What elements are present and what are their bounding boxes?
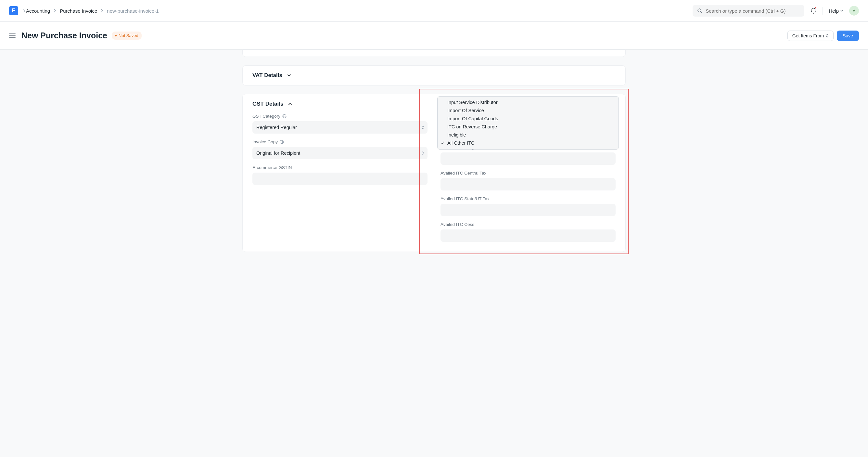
top-nav: E Accounting Purchase Invoice new-purcha… — [0, 0, 868, 22]
itc-central-input[interactable] — [440, 178, 616, 191]
vat-card-header[interactable]: VAT Details — [243, 66, 625, 85]
search-icon — [697, 8, 702, 13]
ecommerce-gstin-label: E-commerce GSTIN — [252, 165, 428, 170]
body-area: VAT Details GST Details GST Categ — [0, 50, 868, 457]
gst-card-title: GST Details — [252, 101, 283, 107]
search-input[interactable] — [706, 8, 800, 13]
eligibility-dropdown[interactable]: Input Service Distributor Import Of Serv… — [437, 96, 619, 149]
chevron-down-icon — [287, 73, 291, 78]
dropdown-option[interactable]: Ineligible — [438, 131, 619, 139]
itc-central-field: Availed ITC Central Tax — [440, 171, 616, 191]
invoice-copy-select[interactable]: Original for Recipient — [252, 147, 428, 159]
get-items-from-label: Get Items From — [792, 33, 824, 38]
dropdown-option[interactable]: Import Of Capital Goods — [438, 115, 619, 123]
svg-line-1 — [701, 12, 702, 13]
itc-state-field: Availed ITC State/UT Tax — [440, 196, 616, 216]
chevron-right-icon — [23, 9, 26, 12]
gst-right-column: Availed ITC Integrated Tax Availed ITC C… — [440, 114, 616, 242]
invoice-copy-value: Original for Recipient — [256, 150, 300, 156]
itc-integrated-input[interactable] — [440, 152, 616, 165]
help-menu[interactable]: Help — [829, 8, 843, 13]
breadcrumb-accounting[interactable]: Accounting — [26, 8, 50, 13]
help-label: Help — [829, 8, 839, 13]
status-text: Not Saved — [119, 33, 138, 38]
breadcrumb-current: new-purchase-invoice-1 — [107, 8, 158, 13]
page-actions: Get Items From Save — [787, 31, 859, 41]
sidebar-toggle-icon[interactable] — [9, 33, 16, 38]
dropdown-option[interactable]: ITC on Reverse Charge — [438, 123, 619, 131]
updown-icon — [826, 34, 829, 38]
gst-card-body: GST Category Registered Regular — [243, 114, 625, 252]
updown-icon — [421, 151, 424, 155]
content-column: VAT Details GST Details GST Categ — [242, 50, 626, 444]
updown-icon — [421, 125, 424, 130]
previous-card-edge — [242, 50, 626, 57]
chevron-right-icon — [53, 9, 57, 12]
invoice-copy-field: Invoice Copy Original for Recipient — [252, 139, 428, 159]
user-avatar[interactable]: A — [849, 6, 859, 16]
chevron-right-icon — [100, 9, 104, 12]
itc-central-label: Availed ITC Central Tax — [440, 171, 616, 175]
ecommerce-gstin-field: E-commerce GSTIN — [252, 165, 428, 185]
invoice-copy-label: Invoice Copy — [252, 139, 428, 144]
chevron-up-icon — [288, 102, 292, 106]
notifications-button[interactable] — [810, 7, 817, 14]
page-title: New Purchase Invoice — [22, 31, 107, 40]
itc-cess-label: Availed ITC Cess — [440, 222, 616, 227]
check-icon: ✓ — [441, 140, 445, 147]
page-bar: New Purchase Invoice Not Saved Get Items… — [0, 22, 868, 50]
top-right-tools: Help A — [692, 5, 859, 17]
save-button[interactable]: Save — [837, 31, 859, 41]
itc-cess-field: Availed ITC Cess — [440, 222, 616, 242]
breadcrumbs: Accounting Purchase Invoice new-purchase… — [26, 8, 159, 13]
vat-details-card: VAT Details — [242, 65, 626, 85]
separator — [823, 7, 823, 15]
ecommerce-gstin-input[interactable] — [252, 173, 428, 185]
gst-category-label: GST Category — [252, 114, 428, 119]
itc-cess-input[interactable] — [440, 229, 616, 242]
dropdown-option[interactable]: Input Service Distributor — [438, 98, 619, 107]
gst-details-card: GST Details GST Category — [242, 94, 626, 252]
gst-category-value: Registered Regular — [256, 125, 297, 130]
status-dot — [115, 35, 117, 36]
gst-category-label-text: GST Category — [252, 114, 280, 119]
dropdown-option-selected[interactable]: ✓ All Other ITC — [438, 139, 619, 147]
globe-icon — [280, 140, 284, 144]
status-badge: Not Saved — [112, 31, 142, 40]
get-items-from-button[interactable]: Get Items From — [787, 31, 834, 41]
dropdown-option-text: All Other ITC — [447, 140, 475, 146]
chevron-down-icon — [840, 9, 843, 12]
globe-icon — [282, 114, 286, 118]
breadcrumb-purchase-invoice[interactable]: Purchase Invoice — [60, 8, 97, 13]
search-box[interactable] — [692, 5, 804, 17]
vat-card-title: VAT Details — [252, 72, 282, 79]
gst-left-column: GST Category Registered Regular — [252, 114, 428, 242]
gst-category-field: GST Category Registered Regular — [252, 114, 428, 134]
itc-state-input[interactable] — [440, 204, 616, 216]
gst-category-select[interactable]: Registered Regular — [252, 121, 428, 134]
app-logo[interactable]: E — [9, 6, 18, 15]
invoice-copy-label-text: Invoice Copy — [252, 139, 278, 144]
dropdown-option[interactable]: Import Of Service — [438, 107, 619, 115]
itc-state-label: Availed ITC State/UT Tax — [440, 196, 616, 201]
